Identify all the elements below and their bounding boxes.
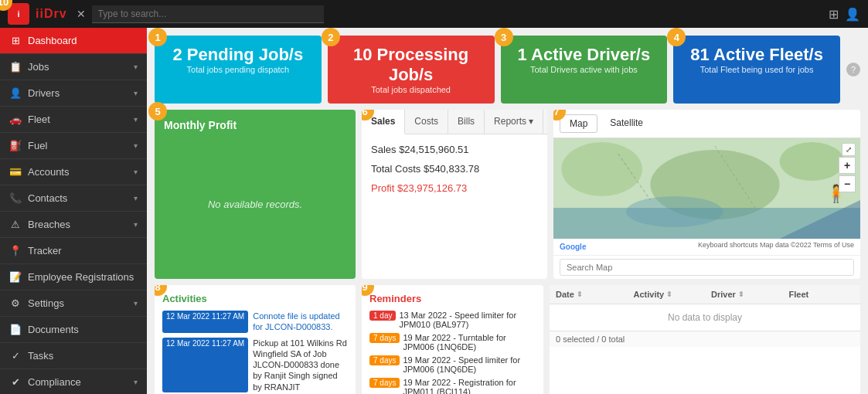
activities-title: Activities xyxy=(162,293,348,304)
drivers-icon: 👤 xyxy=(9,87,22,99)
tracker-icon: 📍 xyxy=(9,245,22,256)
main-layout: ⊞ Dashboard 📋 Jobs ▾ 👤 Drivers ▾ 🚗 Fleet… xyxy=(0,28,868,394)
svg-point-3 xyxy=(780,142,845,181)
user-icon[interactable]: 👤 xyxy=(845,7,860,22)
reminder-badge: 7 days xyxy=(369,333,400,343)
sidebar-item-label: Breaches xyxy=(28,219,70,230)
tab-bills[interactable]: Bills xyxy=(448,110,485,134)
sort-icon: ⇕ xyxy=(738,290,744,298)
step-3: 3 xyxy=(495,28,513,46)
chevron-down-icon: ▾ xyxy=(134,89,138,97)
sidebar-item-breaches[interactable]: ⚠ Breaches ▾ xyxy=(0,212,147,238)
sidebar-item-settings[interactable]: ⚙ Settings ▾ xyxy=(0,290,147,317)
chevron-down-icon: ▾ xyxy=(134,63,138,71)
sidebar-item-fleet[interactable]: 🚗 Fleet ▾ xyxy=(0,107,147,133)
reminder-badge: 7 days xyxy=(369,355,400,365)
col-date[interactable]: Date ⇕ xyxy=(550,285,628,304)
map-zoom-out-button[interactable]: − xyxy=(839,175,856,192)
col-fleet[interactable]: Fleet xyxy=(783,285,861,304)
topbar: i iiDrv ✕ ⊞ 👤 xyxy=(0,0,868,28)
tab-satellite[interactable]: Satellite xyxy=(601,114,652,133)
monthly-profit-title: Monthly Profit xyxy=(164,119,346,131)
activity-link[interactable]: Connote file is updated for JLCON-D00083… xyxy=(253,311,340,331)
sidebar-item-fuel[interactable]: ⛽ Fuel ▾ xyxy=(0,133,147,159)
sidebar-item-label: Accounts xyxy=(28,166,69,178)
breaches-icon: ⚠ xyxy=(9,219,22,230)
no-records-text: No available records. xyxy=(208,199,302,210)
activity-text: Connote file is updated for JLCON-D00083… xyxy=(253,311,348,333)
map-search-input[interactable] xyxy=(560,259,854,276)
sidebar-item-accounts[interactable]: 💳 Accounts ▾ xyxy=(0,159,147,185)
map-view: 🧍 ⤢ + − xyxy=(553,138,860,239)
map-terms: Keyboard shortcuts Map data ©2022 Terms … xyxy=(698,241,854,253)
sidebar-item-tracker[interactable]: 📍 Tracker xyxy=(0,238,147,264)
bottom-row: 8 Activities 12 Mar 2022 11:27 AM Connot… xyxy=(155,285,860,394)
stat-active-fleet: 4 81 Active Fleet/s Total Fleet being us… xyxy=(673,36,840,104)
reminder-text: 19 Mar 2022 - Speed limiter for JPM006 (… xyxy=(403,355,536,374)
sidebar-item-jobs[interactable]: 📋 Jobs ▾ xyxy=(0,54,147,80)
reminder-item: 1 day 13 Mar 2022 - Speed limiter for JP… xyxy=(369,311,536,329)
step-4: 4 xyxy=(667,28,686,46)
brand-name: iiDrv xyxy=(36,7,67,21)
topbar-icons: ⊞ 👤 xyxy=(829,7,860,22)
sidebar-item-tasks[interactable]: ✓ Tasks xyxy=(0,343,147,369)
tab-map[interactable]: Map xyxy=(560,114,597,133)
table-selection-count: 0 selected / 0 total xyxy=(556,335,625,344)
active-drivers-count: 1 Active Driver/s xyxy=(509,45,660,65)
help-icon[interactable]: ? xyxy=(846,63,860,76)
col-activity[interactable]: Activity ⇕ xyxy=(628,285,706,304)
sales-row-profit: Profit $23,975,126.73 xyxy=(371,182,538,194)
svg-point-1 xyxy=(561,142,642,196)
grid-icon[interactable]: ⊞ xyxy=(829,7,839,22)
sidebar-item-label: Fuel xyxy=(28,140,47,151)
accounts-icon: 💳 xyxy=(9,166,22,178)
stat-active-drivers: 3 1 Active Driver/s Total Drivers active… xyxy=(501,36,668,104)
map-zoom-in-button[interactable]: + xyxy=(839,157,856,174)
chevron-down-icon: ▾ xyxy=(134,115,138,124)
sidebar-item-label: Contacts xyxy=(28,192,67,204)
map-expand-icon[interactable]: ⤢ xyxy=(842,143,856,156)
close-icon[interactable]: ✕ xyxy=(77,8,86,20)
col-driver[interactable]: Driver ⇕ xyxy=(705,285,783,304)
sidebar-item-drivers[interactable]: 👤 Drivers ▾ xyxy=(0,80,147,107)
sidebar-item-contacts[interactable]: 📞 Contacts ▾ xyxy=(0,185,147,212)
table-body-empty: No data to display xyxy=(550,304,860,331)
map-zoom-controls: + − xyxy=(839,157,856,192)
google-logo: Google xyxy=(560,241,586,253)
stat-pending-jobs: 1 2 Pending Job/s Total jobs pending dis… xyxy=(155,36,322,104)
dashboard-icon: ⊞ xyxy=(9,35,22,46)
step-5: 5 xyxy=(148,102,167,121)
costs-value: $540,833.78 xyxy=(424,163,479,175)
reminder-badge: 7 days xyxy=(369,378,400,388)
sidebar-item-dashboard[interactable]: ⊞ Dashboard xyxy=(0,28,147,54)
tab-reports[interactable]: Reports xyxy=(485,110,543,134)
no-data-text: No data to display xyxy=(668,312,742,323)
reminder-text: 19 Mar 2022 - Turntable for JPM006 (1NQ6… xyxy=(403,333,536,352)
map-panel: 7 Map Satellite xyxy=(553,110,860,279)
sales-tabs: Sales Costs Bills Reports xyxy=(362,110,547,134)
activity-badge: 12 Mar 2022 11:27 AM xyxy=(162,338,248,392)
pending-jobs-count: 2 Pending Job/s xyxy=(162,45,314,65)
svg-point-5 xyxy=(626,196,723,227)
settings-icon: ⚙ xyxy=(9,297,22,309)
compliance-icon: ✔ xyxy=(9,376,22,388)
reminder-badge: 1 day xyxy=(369,311,396,321)
tasks-icon: ✓ xyxy=(9,350,22,362)
search-input[interactable] xyxy=(92,5,324,23)
sidebar-item-label: Compliance xyxy=(28,376,81,388)
chevron-down-icon: ▾ xyxy=(134,220,138,229)
sales-row-sales: Sales $24,515,960.51 xyxy=(371,144,538,155)
reminders-panel: 9 Reminders 1 day 13 Mar 2022 - Speed li… xyxy=(362,285,543,394)
tab-costs[interactable]: Costs xyxy=(405,110,448,134)
sidebar-item-compliance[interactable]: ✔ Compliance ▾ xyxy=(0,369,147,394)
mid-row: 5 Monthly Profit No available records. 6… xyxy=(155,110,860,279)
costs-label: Total Costs xyxy=(371,163,424,175)
employee-reg-icon: 📝 xyxy=(9,271,22,283)
sidebar-item-documents[interactable]: 📄 Documents xyxy=(0,317,147,343)
profit-label: Profit xyxy=(371,182,397,194)
reminder-item: 7 days 19 Mar 2022 - Registration for JP… xyxy=(369,378,536,394)
main-content: 1 2 Pending Job/s Total jobs pending dis… xyxy=(147,28,868,394)
step-2: 2 xyxy=(322,28,340,46)
sales-value: $24,515,960.51 xyxy=(399,144,468,155)
sidebar-item-employee-registrations[interactable]: 📝 Employee Registrations xyxy=(0,264,147,290)
